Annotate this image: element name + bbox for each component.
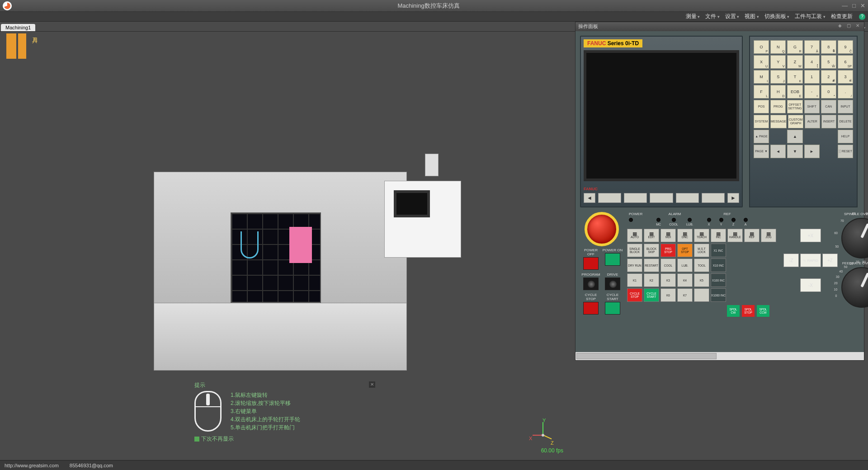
mode-jog-button[interactable]: ▦JOG — [761, 229, 776, 242]
ctrl-lub--button[interactable]: LUB. — [677, 258, 693, 272]
mdi-key-H[interactable]: HD — [770, 85, 786, 99]
hint-close-icon[interactable]: ✕ — [369, 381, 375, 388]
mdi-key-S[interactable]: SJ — [770, 70, 786, 84]
ctrl-k3-button[interactable]: K3 — [660, 273, 676, 287]
jog-z-minus[interactable]: -Z — [783, 254, 799, 267]
ctrl-cool-button[interactable]: COOL — [660, 258, 676, 272]
arrow-right-icon[interactable]: ► — [804, 145, 820, 158]
mdi-prog-button[interactable]: PROG — [770, 100, 786, 113]
mdi-key-6[interactable]: 6SP — [838, 55, 853, 69]
mode-inc-button[interactable]: ▦INC — [711, 229, 726, 242]
mode-auto-button[interactable]: ▦AUTO — [627, 229, 642, 242]
page-down-button[interactable]: PAGE ▼ — [754, 145, 769, 158]
mdi-key-O[interactable]: OP — [754, 40, 769, 54]
mode-mdi-button[interactable]: ▦MDI — [660, 229, 676, 242]
mdi-key-0[interactable]: 0* — [821, 85, 836, 99]
softkey-5[interactable] — [702, 193, 725, 203]
mdi-key-.[interactable]: ./ — [838, 85, 853, 99]
ctrl-k2-button[interactable]: K2 — [644, 273, 659, 287]
ctrl-cycle-stop-button[interactable]: CYCLE STOP — [627, 288, 642, 302]
menu-file[interactable]: 文件 — [703, 13, 722, 20]
mdi-key-7[interactable]: 7Â — [804, 40, 820, 54]
emergency-stop-button[interactable] — [585, 212, 619, 246]
softkey-left-icon[interactable]: ◄ — [584, 193, 595, 203]
page-up-button[interactable]: ▲ PAGE — [754, 130, 769, 143]
spdl-cw-button[interactable]: SPDL CW — [726, 305, 740, 317]
mdi-key-EOB[interactable]: EOBE — [787, 85, 802, 99]
menu-settings[interactable]: 设置 — [723, 13, 741, 20]
arrow-up-icon[interactable]: ▲ — [787, 130, 802, 143]
mode-teach-button[interactable]: ▦TEACH — [694, 229, 709, 242]
mdi-insert-button[interactable]: INSERT — [821, 115, 837, 128]
softkey-1[interactable] — [598, 193, 621, 203]
tab-machining1[interactable]: Machining1 — [1, 24, 35, 31]
ctrl-dry-run-button[interactable]: DRY RUN — [627, 258, 642, 272]
mdi-offset-button[interactable]: OFFSET SETTING — [787, 100, 802, 113]
menu-measure[interactable]: 测量 — [684, 13, 702, 20]
panel-scrollbar[interactable] — [576, 352, 864, 360]
mdi-input-button[interactable]: INPUT — [838, 100, 853, 113]
maximize-button[interactable]: □ — [852, 2, 856, 9]
mdi-key-5[interactable]: 5Ŵ — [821, 55, 836, 69]
mdi-key-2[interactable]: 2#̂ — [821, 70, 836, 84]
mdi-system-button[interactable]: SYSTEM — [754, 115, 769, 128]
mdi-can-button[interactable]: CAN — [821, 100, 836, 113]
mdi-alter-button[interactable]: ALTER — [805, 115, 820, 128]
spdl-stop-button[interactable]: SPDL STOP — [741, 305, 755, 317]
minimize-button[interactable]: — — [842, 2, 848, 9]
ctrl-single-block-button[interactable]: SINGLE BLOCK — [627, 244, 642, 257]
ctrl-k5-button[interactable]: K5 — [694, 273, 709, 287]
mode-dnc-button[interactable]: ▦DNC — [677, 229, 693, 242]
power-off-button[interactable] — [583, 257, 599, 270]
ctrl-block-skip-button[interactable]: BLOCK SKIP — [644, 244, 659, 257]
ctrl-opt-stop-button[interactable]: OPT STOP — [677, 244, 693, 257]
softkey-3[interactable] — [650, 193, 673, 203]
ctrl-blank-button[interactable] — [694, 288, 709, 302]
menu-view[interactable]: 视图 — [743, 13, 761, 20]
mode-edit-button[interactable]: ▦EDIT — [644, 229, 659, 242]
ctrl-k4-button[interactable]: K4 — [677, 273, 693, 287]
power-on-button[interactable] — [605, 253, 620, 266]
menu-switch-panel[interactable]: 切换面板 — [763, 13, 792, 20]
mdi-key-T[interactable]: TK — [787, 70, 802, 84]
jog-x-plus[interactable]: +X — [800, 229, 821, 242]
jog-x-minus[interactable]: -X — [800, 278, 821, 292]
rapid-button[interactable]: ∿ RAPID — [800, 254, 821, 267]
ctrl-x1-inc-button[interactable]: X1 INC — [711, 244, 726, 257]
viewport-3d[interactable]: 刀具 提示 ✕ 1.鼠标左键旋转 2.滚轮缩放,按下滚轮平移 3.右键菜单 4.… — [0, 32, 570, 456]
ctrl-restart-button[interactable]: RESTART — [644, 258, 659, 272]
help-button[interactable]: HELP — [838, 130, 853, 143]
menu-update[interactable]: 检查更新 — [829, 13, 854, 20]
mdi-key-M[interactable]: MI — [754, 70, 769, 84]
program-switch[interactable] — [583, 277, 599, 290]
mdi-key-8[interactable]: 8B̂ — [821, 40, 836, 54]
ctrl-prg-stop-button[interactable]: PRG STOP — [660, 244, 676, 257]
mdi-shift-button[interactable]: SHIFT — [804, 100, 820, 113]
panel-window-buttons[interactable]: ◈ ▢ ✕ — [838, 23, 861, 30]
menu-workpiece[interactable]: 工件与工装 — [793, 13, 827, 20]
machine-model[interactable] — [154, 172, 425, 371]
ctrl-k7-button[interactable]: K7 — [677, 288, 693, 302]
tool-icon[interactable]: 刀具 — [5, 32, 41, 63]
cycle-stop-button[interactable] — [583, 302, 599, 315]
mdi-delete-button[interactable]: DELETE — [838, 115, 853, 128]
softkey-2[interactable] — [624, 193, 647, 203]
softkey-right-icon[interactable]: ► — [727, 193, 739, 203]
arrow-left-icon[interactable]: ◄ — [770, 145, 786, 158]
mode-ref-button[interactable]: ▦REF — [744, 229, 760, 242]
softkey-4[interactable] — [676, 193, 699, 203]
ctrl-x100-inc-button[interactable]: X100 INC — [711, 273, 726, 287]
help-icon[interactable]: ? — [859, 14, 865, 20]
mdi-key-4[interactable]: 4[̂ — [804, 55, 820, 69]
mdi-message-button[interactable]: MESSAGE — [770, 115, 787, 128]
mdi-key-G[interactable]: GR — [787, 40, 802, 54]
ctrl-k6-button[interactable]: K6 — [660, 288, 676, 302]
ctrl-cycle-start-button[interactable]: CYCLE START — [644, 288, 659, 302]
mdi-pos-button[interactable]: POS — [754, 100, 769, 113]
mdi-key-Z[interactable]: ZW — [787, 55, 802, 69]
mdi-key-3[interactable]: 3=̂ — [838, 70, 853, 84]
mdi-key-Y[interactable]: YV — [770, 55, 786, 69]
mdi-key--[interactable]: -+ — [804, 85, 820, 99]
spdl-ccw-button[interactable]: SPDL CCW — [756, 305, 770, 317]
mdi-key-X[interactable]: XU — [754, 55, 769, 69]
